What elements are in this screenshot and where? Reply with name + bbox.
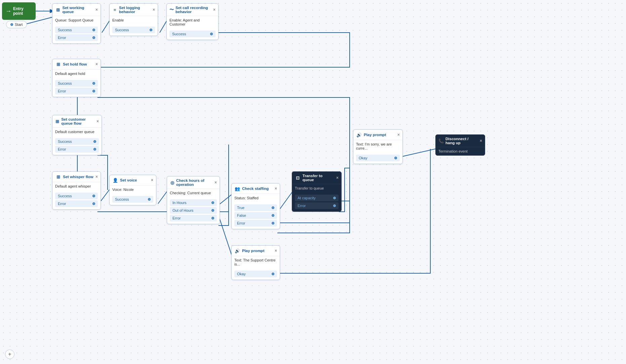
set-customer-queue-header: ⊞ Set customer queue flow ×: [52, 115, 102, 128]
port-dot-15: [272, 206, 274, 209]
set-call-recording-header: 〜 Set call recording behavior ×: [167, 4, 218, 16]
staffing-icon: 👥: [234, 186, 240, 192]
logging-icon: ≡: [112, 7, 117, 13]
port-dot-6: [92, 90, 95, 92]
play-prompt-1-body: Text: I'm sorry, we are curre...: [353, 140, 402, 152]
port-dot-7: [93, 140, 96, 143]
port-dot-4: [210, 33, 213, 35]
port-success-hold[interactable]: Success: [55, 80, 98, 87]
svg-line-8: [219, 194, 232, 205]
disconnect-body: Termination event: [436, 147, 485, 155]
port-dot-20: [394, 157, 397, 159]
start-dot: [10, 23, 13, 26]
set-customer-queue-body: Default customer queue: [52, 128, 102, 136]
port-error-wf[interactable]: Error: [55, 200, 98, 207]
check-hours-body: Checking: Current queue: [167, 189, 220, 197]
svg-line-9: [219, 215, 232, 256]
voice-icon: 👤: [112, 177, 118, 183]
close-btn-8[interactable]: ×: [214, 180, 217, 185]
start-node: Start: [6, 21, 27, 28]
close-btn-12[interactable]: ×: [275, 248, 277, 253]
port-error-transfer[interactable]: Error: [295, 202, 339, 209]
port-dot-1: [92, 29, 95, 31]
play-prompt-1-node[interactable]: 🔊 Play prompt × Text: I'm sorry, we are …: [353, 129, 403, 164]
port-dot-2: [92, 36, 95, 39]
check-staffing-node[interactable]: 👥 Check staffing × Status: Staffed True …: [231, 183, 280, 229]
port-error-1[interactable]: Error: [55, 34, 98, 41]
set-call-recording-body: Enable: Agent and Customer: [167, 16, 218, 28]
customer-queue-icon: ⊞: [55, 118, 60, 124]
set-voice-node[interactable]: 👤 Set voice × Voice: Nicole Success: [109, 175, 156, 205]
port-success-cq[interactable]: Success: [55, 138, 99, 145]
whisper-icon: ⊞: [55, 174, 61, 180]
set-hold-flow-body: Default agent hold: [52, 70, 101, 78]
check-hours-header: ◎ Check hours of operation ×: [167, 176, 220, 189]
set-working-queue-node[interactable]: ⊞ Set working queue × Queue: Support Que…: [52, 3, 101, 44]
close-btn-4[interactable]: ×: [95, 62, 98, 67]
check-hours-node[interactable]: ◎ Check hours of operation × Checking: C…: [167, 176, 220, 224]
play-prompt-2-body: Text: The Support Centre is...: [232, 256, 280, 268]
set-hold-flow-node[interactable]: ⊞ Set hold flow × Default agent hold Suc…: [52, 59, 101, 97]
close-btn-11[interactable]: ×: [397, 132, 400, 137]
speaker-icon-1: 🔊: [356, 132, 362, 138]
close-btn-7[interactable]: ×: [151, 178, 153, 183]
close-btn-13[interactable]: ×: [480, 138, 482, 143]
port-success-logging[interactable]: Success: [112, 27, 155, 33]
play-prompt-2-header: 🔊 Play prompt ×: [232, 246, 280, 256]
port-in-hours[interactable]: In Hours: [170, 199, 217, 206]
port-dot-12: [211, 201, 214, 204]
port-error-cq[interactable]: Error: [55, 146, 99, 153]
port-error-hours[interactable]: Error: [170, 215, 217, 221]
transfer-to-queue-body: Transfer to queue: [292, 184, 341, 192]
set-call-recording-node[interactable]: 〜 Set call recording behavior × Enable: …: [166, 3, 219, 40]
set-whisper-flow-node[interactable]: ⊞ Set whisper flow × Default agent whisp…: [52, 171, 101, 210]
set-logging-body: Enable: [110, 16, 158, 24]
port-true-staffing[interactable]: True: [234, 204, 277, 211]
transfer-to-queue-node[interactable]: ⊡ Transfer to queue × Transfer to queue …: [292, 171, 342, 212]
port-dot-13: [211, 209, 214, 212]
port-at-capacity[interactable]: At capacity: [295, 195, 339, 201]
port-dot-3: [150, 29, 152, 31]
set-customer-queue-node[interactable]: ⊞ Set customer queue flow × Default cust…: [52, 115, 102, 155]
check-staffing-body: Status: Staffed: [232, 194, 280, 202]
port-success-wf[interactable]: Success: [55, 193, 98, 199]
flow-canvas: → Entry point Start ⊞ Set working queue …: [0, 0, 626, 364]
set-logging-node[interactable]: ≡ Set logging behavior × Enable Success: [109, 3, 158, 36]
set-logging-header: ≡ Set logging behavior ×: [110, 4, 158, 16]
play-prompt-1-header: 🔊 Play prompt ×: [353, 130, 402, 140]
port-success-1[interactable]: Success: [55, 27, 98, 33]
close-btn-2[interactable]: ×: [153, 7, 155, 12]
set-voice-header: 👤 Set voice ×: [110, 175, 156, 186]
close-btn-1[interactable]: ×: [95, 7, 98, 12]
set-working-queue-body: Queue: Support Queue: [52, 16, 101, 24]
close-btn-6[interactable]: ×: [95, 174, 98, 179]
port-okay-1[interactable]: Okay: [356, 155, 400, 161]
close-btn-5[interactable]: ×: [96, 119, 99, 124]
entry-point-label: Entry point: [13, 6, 32, 16]
port-dot-21: [272, 273, 274, 275]
port-dot-9: [92, 195, 95, 197]
port-error-staffing[interactable]: Error: [234, 220, 277, 227]
close-btn-3[interactable]: ×: [213, 7, 216, 12]
add-node-button[interactable]: +: [5, 350, 14, 359]
port-out-of-hours[interactable]: Out of Hours: [170, 207, 217, 214]
port-dot-19: [333, 204, 336, 207]
play-prompt-2-node[interactable]: 🔊 Play prompt × Text: The Support Centre…: [231, 245, 280, 280]
port-dot-10: [92, 202, 95, 205]
speaker-icon-2: 🔊: [234, 248, 240, 254]
phone-icon: 📞: [438, 138, 444, 144]
port-success-voice[interactable]: Success: [112, 196, 153, 203]
transfer-to-queue-header: ⊡ Transfer to queue ×: [292, 172, 341, 184]
close-btn-10[interactable]: ×: [336, 175, 339, 180]
port-error-hold[interactable]: Error: [55, 88, 98, 94]
port-okay-2[interactable]: Okay: [234, 271, 277, 277]
disconnect-node[interactable]: 📞 Disconnect / hang up × Termination eve…: [435, 134, 485, 156]
svg-line-11: [400, 149, 435, 157]
close-btn-9[interactable]: ×: [275, 186, 277, 191]
port-success-recording[interactable]: Success: [169, 31, 216, 37]
entry-point-node: → Entry point: [2, 2, 36, 20]
clock-icon: ◎: [170, 179, 174, 186]
port-false-staffing[interactable]: False: [234, 212, 277, 219]
set-working-queue-header: ⊞ Set working queue ×: [52, 4, 101, 16]
port-dot-5: [92, 82, 95, 85]
